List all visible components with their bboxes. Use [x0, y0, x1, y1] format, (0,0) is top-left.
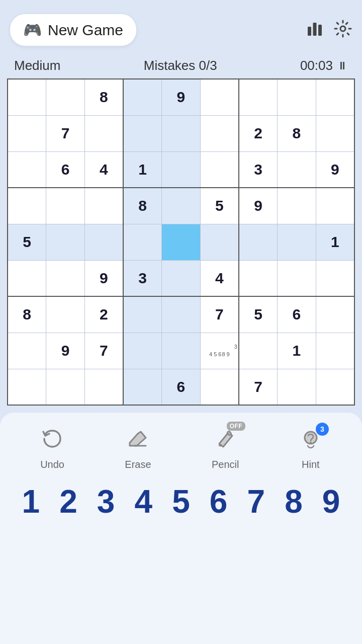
cell-6-6[interactable]: 5 [239, 296, 278, 333]
cell-7-8[interactable] [316, 333, 354, 369]
cell-2-4[interactable] [162, 151, 201, 188]
cell-3-0[interactable] [8, 188, 46, 224]
cell-5-8[interactable] [316, 260, 354, 296]
number-btn-4[interactable]: 4 [126, 486, 160, 518]
cell-7-1[interactable]: 9 [46, 333, 85, 369]
cell-8-3[interactable] [123, 369, 162, 405]
cell-7-7[interactable]: 1 [278, 333, 316, 369]
cell-4-8[interactable]: 1 [316, 224, 354, 260]
cell-5-1[interactable] [46, 260, 85, 296]
cell-6-0[interactable]: 8 [8, 296, 46, 333]
cell-5-7[interactable] [278, 260, 316, 296]
cell-7-3[interactable] [123, 333, 162, 369]
cell-1-4[interactable] [162, 115, 201, 151]
cell-4-4[interactable] [162, 224, 201, 260]
number-btn-7[interactable]: 7 [239, 486, 273, 518]
cell-2-3[interactable]: 1 [123, 151, 162, 188]
pencil-off-badge: OFF [227, 422, 246, 431]
cell-0-7[interactable] [278, 79, 316, 115]
cell-0-6[interactable] [239, 79, 278, 115]
number-btn-1[interactable]: 1 [14, 486, 48, 518]
settings-button[interactable] [334, 20, 352, 40]
cell-6-4[interactable] [162, 296, 201, 333]
cell-7-6[interactable] [239, 333, 278, 369]
svg-point-3 [340, 26, 345, 31]
number-btn-3[interactable]: 3 [89, 486, 123, 518]
cell-8-7[interactable] [278, 369, 316, 405]
cell-7-5[interactable]: 3 4 5 6 8 9 [200, 333, 239, 369]
cell-3-6[interactable]: 9 [239, 188, 278, 224]
cell-1-0[interactable] [8, 115, 46, 151]
hint-button[interactable]: 3 Hint [300, 428, 322, 470]
cell-1-5[interactable] [200, 115, 239, 151]
cell-5-5[interactable]: 4 [200, 260, 239, 296]
cell-3-2[interactable] [84, 188, 123, 224]
cell-7-0[interactable] [8, 333, 46, 369]
number-btn-8[interactable]: 8 [277, 486, 311, 518]
number-btn-5[interactable]: 5 [164, 486, 198, 518]
cell-8-2[interactable] [84, 369, 123, 405]
cell-6-3[interactable] [123, 296, 162, 333]
cell-3-3[interactable]: 8 [123, 188, 162, 224]
cell-5-2[interactable]: 9 [84, 260, 123, 296]
cell-4-5[interactable] [200, 224, 239, 260]
cell-8-0[interactable] [8, 369, 46, 405]
cell-3-4[interactable] [162, 188, 201, 224]
cell-1-8[interactable] [316, 115, 354, 151]
cell-2-7[interactable] [278, 151, 316, 188]
cell-5-4[interactable] [162, 260, 201, 296]
cell-4-3[interactable] [123, 224, 162, 260]
cell-1-3[interactable] [123, 115, 162, 151]
erase-button[interactable]: Erase [125, 428, 151, 470]
cell-1-1[interactable]: 7 [46, 115, 85, 151]
cell-3-8[interactable] [316, 188, 354, 224]
cell-0-8[interactable] [316, 79, 354, 115]
cell-6-2[interactable]: 2 [84, 296, 123, 333]
cell-6-1[interactable] [46, 296, 85, 333]
pencil-button[interactable]: OFF Pencil [212, 428, 239, 470]
timer-value: 00:03 [300, 58, 333, 73]
cell-4-6[interactable] [239, 224, 278, 260]
number-btn-6[interactable]: 6 [202, 486, 236, 518]
cell-4-7[interactable] [278, 224, 316, 260]
cell-6-8[interactable] [316, 296, 354, 333]
undo-button[interactable]: Undo [40, 428, 64, 470]
cell-2-5[interactable] [200, 151, 239, 188]
new-game-button[interactable]: 🎮 New Game [10, 14, 136, 46]
cell-8-6[interactable]: 7 [239, 369, 278, 405]
cell-0-1[interactable] [46, 79, 85, 115]
cell-2-6[interactable]: 3 [239, 151, 278, 188]
cell-8-5[interactable] [200, 369, 239, 405]
cell-0-2[interactable]: 8 [84, 79, 123, 115]
cell-8-1[interactable] [46, 369, 85, 405]
cell-2-2[interactable]: 4 [84, 151, 123, 188]
cell-2-1[interactable]: 6 [46, 151, 85, 188]
cell-6-7[interactable]: 6 [278, 296, 316, 333]
cell-4-1[interactable] [46, 224, 85, 260]
cell-3-5[interactable]: 5 [200, 188, 239, 224]
stats-button[interactable] [306, 20, 324, 40]
cell-6-5[interactable]: 7 [200, 296, 239, 333]
cell-1-2[interactable] [84, 115, 123, 151]
cell-4-2[interactable] [84, 224, 123, 260]
cell-2-8[interactable]: 9 [316, 151, 354, 188]
cell-8-4[interactable]: 6 [162, 369, 201, 405]
cell-7-2[interactable]: 7 [84, 333, 123, 369]
cell-5-6[interactable] [239, 260, 278, 296]
cell-1-6[interactable]: 2 [239, 115, 278, 151]
cell-4-0[interactable]: 5 [8, 224, 46, 260]
cell-1-7[interactable]: 8 [278, 115, 316, 151]
number-btn-9[interactable]: 9 [314, 486, 348, 518]
cell-2-0[interactable] [8, 151, 46, 188]
cell-8-8[interactable] [316, 369, 354, 405]
cell-3-7[interactable] [278, 188, 316, 224]
cell-0-0[interactable] [8, 79, 46, 115]
number-btn-2[interactable]: 2 [51, 486, 85, 518]
cell-5-3[interactable]: 3 [123, 260, 162, 296]
cell-3-1[interactable] [46, 188, 85, 224]
cell-0-3[interactable] [123, 79, 162, 115]
cell-7-4[interactable] [162, 333, 201, 369]
cell-5-0[interactable] [8, 260, 46, 296]
cell-0-5[interactable] [200, 79, 239, 115]
cell-0-4[interactable]: 9 [162, 79, 201, 115]
